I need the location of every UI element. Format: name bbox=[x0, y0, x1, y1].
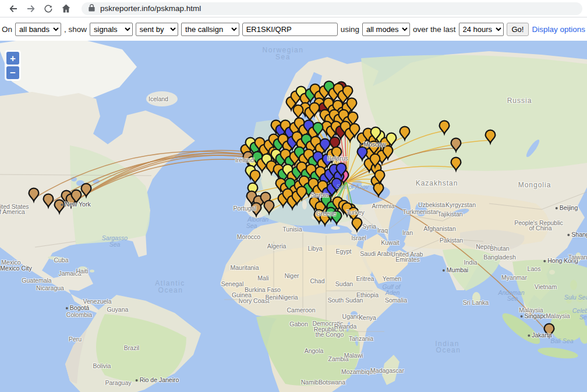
query-controls: On all bands , show signals sent by the … bbox=[0, 17, 587, 41]
station-marker[interactable] bbox=[294, 105, 303, 118]
url-text: pskreporter.info/pskmap.html bbox=[100, 4, 201, 13]
go-button[interactable]: Go! bbox=[507, 23, 529, 36]
station-marker[interactable] bbox=[352, 218, 362, 231]
station-marker[interactable] bbox=[332, 211, 342, 224]
browser-toolbar: pskreporter.info/pskmap.html bbox=[0, 0, 587, 17]
station-marker[interactable] bbox=[250, 170, 260, 183]
show-label: , show bbox=[64, 25, 87, 34]
signal-paths-and-markers bbox=[0, 41, 587, 392]
station-marker[interactable] bbox=[358, 147, 367, 160]
lock-icon bbox=[89, 3, 95, 14]
what-select[interactable]: signals bbox=[90, 23, 133, 36]
band-select[interactable]: all bands bbox=[15, 23, 61, 36]
world-map[interactable]: NorwegianSeaIcelandRussiaMongoliaKazakhs… bbox=[0, 41, 587, 392]
using-label: using bbox=[341, 25, 359, 34]
zoom-in-button[interactable]: + bbox=[6, 52, 19, 65]
station-marker[interactable] bbox=[252, 203, 261, 216]
time-select[interactable]: 24 hours bbox=[459, 23, 504, 36]
station-marker[interactable] bbox=[544, 324, 554, 337]
pskreporter-page: pskreporter.info/pskmap.html On all band… bbox=[0, 0, 587, 392]
station-marker[interactable] bbox=[451, 138, 461, 151]
station-marker[interactable] bbox=[264, 201, 274, 213]
direction-select[interactable]: sent by bbox=[136, 23, 179, 36]
map-zoom-control: + − bbox=[5, 50, 21, 81]
refresh-icon[interactable] bbox=[40, 1, 57, 16]
station-marker[interactable] bbox=[374, 183, 384, 196]
on-label: On bbox=[2, 25, 12, 34]
back-icon[interactable] bbox=[5, 1, 22, 16]
callsign-input[interactable] bbox=[242, 23, 338, 36]
station-marker[interactable] bbox=[486, 130, 496, 143]
display-options-link[interactable]: Display options bbox=[532, 25, 585, 34]
station-marker[interactable] bbox=[82, 184, 91, 197]
station-marker[interactable] bbox=[44, 194, 54, 207]
zoom-out-button[interactable]: − bbox=[6, 66, 19, 79]
home-icon[interactable] bbox=[57, 1, 75, 16]
over-label: over the last bbox=[413, 25, 456, 34]
signal-path bbox=[346, 182, 549, 334]
mode-select[interactable]: all modes bbox=[362, 23, 410, 36]
forward-icon[interactable] bbox=[22, 1, 40, 16]
station-marker[interactable] bbox=[29, 188, 39, 201]
address-bar[interactable]: pskreporter.info/pskmap.html bbox=[82, 2, 582, 15]
station-marker[interactable] bbox=[451, 158, 461, 170]
station-marker[interactable] bbox=[55, 200, 65, 213]
by-select[interactable]: the callsign bbox=[181, 23, 239, 36]
